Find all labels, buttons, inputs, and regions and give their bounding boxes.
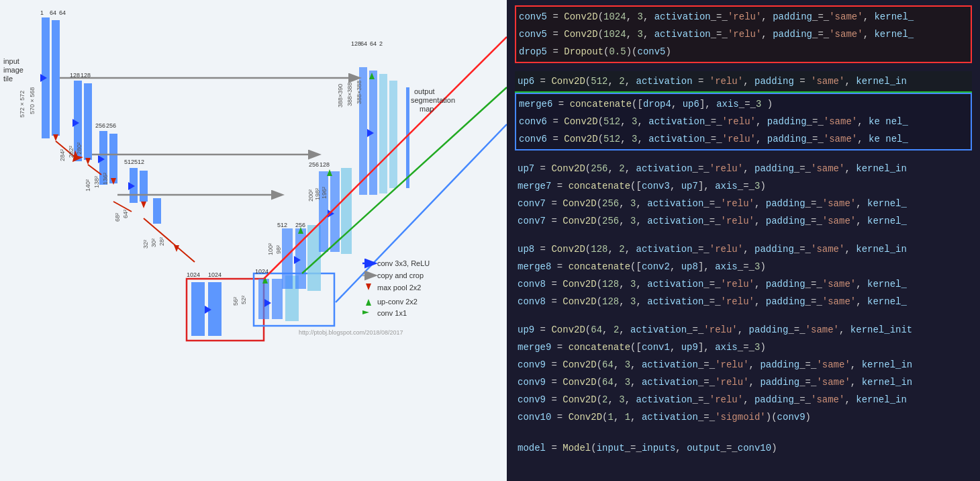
svg-text:64²: 64² [122, 210, 129, 218]
svg-text:572 × 572: 572 × 572 [19, 91, 26, 118]
svg-text:282²: 282² [68, 146, 75, 158]
svg-marker-46 [98, 155, 105, 163]
svg-text:512: 512 [134, 159, 144, 165]
svg-marker-112 [366, 299, 371, 306]
svg-text:conv 3x3, ReLU: conv 3x3, ReLU [377, 259, 430, 267]
svg-rect-24 [369, 71, 377, 195]
svg-text:284²: 284² [59, 149, 66, 161]
svg-text:64: 64 [370, 40, 377, 47]
svg-rect-25 [379, 74, 387, 193]
svg-marker-37 [111, 178, 116, 185]
code-line-conv8-2: conv8 = Conv2D(128, 3, activation_=_'rel… [518, 293, 969, 310]
svg-marker-43 [369, 73, 375, 79]
code-line-conv7-2: conv7 = Conv2D(256, 3, activation_=_'rel… [518, 212, 969, 230]
code-line-model: model = Model(input_=_inputs, output_=_c… [518, 439, 969, 457]
svg-rect-23 [359, 67, 367, 195]
svg-rect-1 [42, 17, 50, 138]
svg-marker-35 [53, 134, 58, 141]
svg-text:140²: 140² [85, 179, 91, 191]
svg-rect-8 [140, 171, 148, 202]
svg-text:128: 128 [81, 72, 91, 79]
svg-marker-48 [205, 306, 211, 314]
svg-rect-5 [99, 131, 107, 185]
svg-rect-21 [330, 171, 340, 252]
svg-text:200²: 200² [307, 189, 314, 202]
code-line-merge6: merge6 = concatenate([drop4, up6], axis_… [519, 95, 968, 113]
code-line-merge7: merge7 = concatenate([conv3, up7], axis_… [518, 177, 969, 195]
svg-rect-6 [109, 134, 117, 183]
svg-text:30²: 30² [150, 238, 157, 247]
svg-rect-26 [389, 81, 397, 188]
svg-marker-45 [72, 119, 79, 127]
svg-marker-40 [262, 277, 268, 283]
svg-text:256: 256 [309, 161, 319, 168]
svg-marker-44 [40, 74, 47, 82]
code-line-up8: up8 = Conv2D(128, 2, activation_=_'relu'… [518, 240, 969, 258]
svg-marker-52 [367, 129, 374, 137]
network-diagram: input image tile output segmentation map… [0, 0, 507, 481]
code-block-model: model = Model(input_=_inputs, output_=_c… [515, 438, 972, 458]
svg-text:1024: 1024 [208, 271, 222, 278]
svg-text:68²: 68² [114, 213, 121, 222]
svg-text:196²: 196² [321, 187, 328, 199]
svg-rect-12 [187, 279, 264, 341]
code-line-conv5-2: conv5 = Conv2D(1024, 3, activation_=_'re… [519, 26, 968, 43]
code-line-drop5: drop5 = Dropout(0.5)(conv5) [519, 43, 968, 60]
svg-text:28²: 28² [158, 237, 165, 246]
svg-text:512: 512 [277, 222, 287, 228]
code-block-level9: up9 = Conv2D(64, 2, activation_=_'relu',… [515, 320, 972, 427]
svg-rect-2 [52, 20, 60, 136]
svg-text:output: output [414, 87, 435, 95]
svg-text:tile: tile [3, 75, 13, 83]
svg-line-32 [88, 165, 101, 175]
code-line-conv5-1: conv5 = Conv2D(1024, 3, activation_=_'re… [519, 8, 968, 26]
svg-text:256: 256 [295, 222, 305, 228]
svg-marker-49 [264, 299, 271, 307]
svg-text:64: 64 [360, 40, 367, 47]
svg-rect-14 [272, 279, 283, 319]
svg-rect-4 [84, 83, 92, 160]
svg-text:100²: 100² [267, 243, 274, 255]
svg-text:256: 256 [106, 122, 116, 129]
svg-line-34 [144, 218, 195, 262]
code-line-conv6-1: conv6 = Conv2D(512, 3, activation_=_'rel… [519, 113, 968, 130]
svg-rect-15 [285, 275, 299, 321]
code-line-merge9: merge9 = concatenate([conv1, up9], axis_… [518, 339, 969, 356]
svg-text:138²: 138² [93, 176, 100, 188]
svg-rect-3 [74, 81, 82, 161]
svg-rect-11 [208, 282, 222, 336]
code-panel: conv5 = Conv2D(1024, 3, activation_=_'re… [507, 0, 980, 481]
svg-text:copy and crop: copy and crop [377, 271, 424, 279]
svg-text:136²: 136² [102, 173, 109, 185]
svg-text:2: 2 [379, 40, 383, 47]
svg-line-55 [336, 124, 507, 302]
svg-text:388×388: 388×388 [346, 83, 353, 106]
svg-rect-17 [282, 228, 293, 289]
svg-text:map: map [420, 105, 434, 113]
svg-marker-42 [327, 169, 332, 176]
svg-line-53 [264, 37, 507, 279]
svg-marker-51 [328, 210, 334, 218]
svg-text:segmentation: segmentation [411, 96, 455, 104]
svg-text:1024: 1024 [255, 268, 268, 275]
code-line-up9: up9 = Conv2D(64, 2, activation_=_'relu',… [518, 321, 969, 339]
svg-text:max pool 2x2: max pool 2x2 [377, 283, 421, 292]
svg-text:http://ptobj.blogspot.com/2018: http://ptobj.blogspot.com/2018/08/2017 [299, 329, 403, 336]
svg-marker-47 [128, 182, 135, 190]
code-line-conv9-2: conv9 = Conv2D(64, 3, activation_=_'relu… [518, 374, 969, 391]
code-line-up6: up6 = Conv2D(512, 2, activation = 'relu'… [518, 73, 969, 90]
svg-text:256: 256 [95, 122, 105, 129]
svg-text:64: 64 [50, 9, 56, 16]
code-block-level7: up7 = Conv2D(256, 2, activation_=_'relu'… [515, 159, 972, 231]
svg-line-54 [302, 87, 507, 273]
svg-rect-19 [307, 225, 321, 291]
svg-line-33 [113, 202, 132, 212]
svg-text:52²: 52² [240, 296, 247, 304]
svg-marker-39 [174, 245, 179, 252]
svg-text:56²: 56² [232, 297, 239, 306]
code-block-level8: up8 = Conv2D(128, 2, activation_=_'relu'… [515, 239, 972, 312]
code-line-up7: up7 = Conv2D(256, 2, activation_=_'relu'… [518, 160, 969, 177]
svg-text:image: image [3, 66, 23, 74]
svg-marker-36 [85, 158, 91, 165]
svg-text:198²: 198² [314, 188, 321, 200]
